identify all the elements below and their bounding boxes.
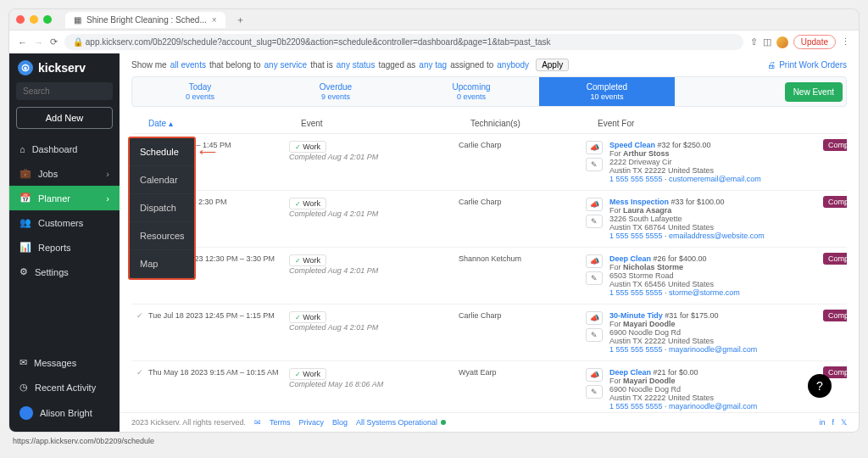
search-input[interactable] <box>16 82 113 100</box>
tab-today[interactable]: Today0 events <box>132 77 268 106</box>
status-badge[interactable]: Complete <box>823 310 847 321</box>
maximize-window-icon[interactable] <box>43 15 52 24</box>
filter-bar: Show me all events that belong to any se… <box>120 53 859 76</box>
tab-overdue[interactable]: Overdue9 events <box>268 77 403 106</box>
sidebar-item-messages[interactable]: ✉Messages <box>9 350 120 375</box>
edit-button[interactable]: ✎ <box>586 158 603 171</box>
tab-title: Upcoming <box>403 82 539 92</box>
job-num: #21 <box>654 368 666 377</box>
job-phone[interactable]: 1 555 555 5555 <box>609 175 663 183</box>
brand-logo[interactable]: ⦿ kickserv <box>9 53 120 82</box>
job-phone[interactable]: 1 555 555 5555 <box>609 345 663 354</box>
close-tab-icon[interactable]: × <box>212 15 217 25</box>
sidebar-item-planner[interactable]: 📅Planner› <box>9 186 120 210</box>
announce-button[interactable]: 📣 <box>586 254 603 268</box>
submenu-dispatch[interactable]: Dispatch <box>130 194 194 222</box>
tab-sub: 10 events <box>590 92 623 101</box>
update-button[interactable]: Update <box>793 35 836 49</box>
submenu-calendar[interactable]: Calendar <box>130 166 194 194</box>
filter-assignee-link[interactable]: anybody <box>497 60 529 70</box>
edit-button[interactable]: ✎ <box>586 328 603 342</box>
extension-icon[interactable]: ◫ <box>763 36 771 47</box>
status-badge[interactable]: Complete <box>823 253 847 265</box>
column-for: Event For <box>598 119 835 128</box>
filter-tag-link[interactable]: any tag <box>419 60 447 70</box>
announce-button[interactable]: 📣 <box>586 198 603 211</box>
sidebar-item-dashboard[interactable]: ⌂Dashboard <box>9 137 120 161</box>
sidebar-item-label: Jobs <box>38 169 58 179</box>
sidebar-item-customers[interactable]: 👥Customers <box>9 210 120 235</box>
announce-button[interactable]: 📣 <box>586 311 603 325</box>
sidebar-item-settings[interactable]: ⚙Settings <box>9 260 120 284</box>
job-phone[interactable]: 1 555 555 5555 <box>609 402 663 411</box>
status-badge[interactable]: Complete <box>823 196 847 208</box>
date-text: Tue Jul 18 2023 12:45 PM – 1:15 PM <box>148 311 275 320</box>
close-window-icon[interactable] <box>16 15 25 24</box>
help-fab[interactable]: ? <box>808 374 832 398</box>
forward-icon[interactable]: → <box>34 37 43 47</box>
twitter-icon[interactable]: 𝕏 <box>841 418 847 427</box>
filter-events-link[interactable]: all events <box>170 60 206 70</box>
job-link[interactable]: Speed Clean <box>609 141 655 149</box>
print-work-orders-link[interactable]: 🖨Print Work Orders <box>767 60 847 70</box>
job-email[interactable]: emailaddress@website.com <box>669 232 765 240</box>
new-tab-icon[interactable]: ＋ <box>236 14 245 26</box>
filter-status-link[interactable]: any status <box>337 60 376 70</box>
sidebar-item-reports[interactable]: 📊Reports <box>9 235 120 260</box>
filter-text: that belong to <box>209 60 261 70</box>
kebab-menu-icon[interactable]: ⋮ <box>841 36 850 47</box>
footer-privacy[interactable]: Privacy <box>298 418 324 427</box>
profile-avatar-icon[interactable] <box>776 36 788 48</box>
job-email[interactable]: storme@storme.com <box>669 288 740 297</box>
status-bar-link: https://app.kickserv.com/0b2209/schedule <box>10 436 157 446</box>
sidebar-item-recent[interactable]: ◷Recent Activity <box>9 375 120 399</box>
job-link[interactable]: 30-Minute Tidy <box>609 311 663 320</box>
filter-service-link[interactable]: any service <box>264 60 308 70</box>
job-addr2: Austin TX 22222 United States <box>609 166 714 175</box>
tab-completed[interactable]: Completed10 events <box>539 77 675 106</box>
job-phone[interactable]: 1 555 555 5555 <box>609 232 663 240</box>
edit-button[interactable]: ✎ <box>586 271 603 285</box>
status-badge[interactable]: Complete <box>823 139 847 151</box>
apply-button[interactable]: Apply <box>536 59 569 71</box>
footer-terms[interactable]: Terms <box>270 418 291 427</box>
add-new-button[interactable]: Add New <box>16 107 113 129</box>
back-icon[interactable]: ← <box>18 37 27 47</box>
job-email[interactable]: customeremail@email.com <box>669 175 761 183</box>
url-bar[interactable]: 🔒 app.kickserv.com/0b2209/schedule?accou… <box>64 34 743 50</box>
job-link[interactable]: Deep Clean <box>609 254 651 263</box>
user-avatar-icon <box>19 406 33 420</box>
cell-status: Complete <box>823 311 847 354</box>
linkedin-icon[interactable]: in <box>819 418 825 427</box>
browser-tab[interactable]: ▦ Shine Bright Cleaning : Sched... × <box>65 12 225 28</box>
job-email[interactable]: mayarinoodle@gmail.com <box>669 402 757 411</box>
job-link[interactable]: Mess Inspection <box>609 198 669 206</box>
new-event-button[interactable]: New Event <box>785 82 843 102</box>
table-row: ✓Thu May 18 2023 9:15 AM – 10:15 AM Work… <box>131 361 847 412</box>
announce-button[interactable]: 📣 <box>586 141 603 154</box>
job-link[interactable]: Deep Clean <box>609 368 651 377</box>
annotation-arrow-icon: ⟵ <box>199 145 216 159</box>
calendar-icon: 📅 <box>19 193 31 204</box>
work-badge: Work <box>289 198 326 209</box>
announce-button[interactable]: 📣 <box>586 368 603 382</box>
submenu-resources[interactable]: Resources <box>130 222 194 250</box>
sidebar-user[interactable]: Alison Bright <box>9 399 120 427</box>
mail-icon[interactable]: ✉ <box>254 418 261 427</box>
facebook-icon[interactable]: f <box>832 418 834 427</box>
edit-button[interactable]: ✎ <box>586 215 603 228</box>
job-phone[interactable]: 1 555 555 5555 <box>609 288 663 297</box>
tab-upcoming[interactable]: Upcoming0 events <box>403 77 539 106</box>
job-email[interactable]: mayarinoodle@gmail.com <box>669 345 757 354</box>
edit-button[interactable]: ✎ <box>586 385 603 399</box>
footer-status[interactable]: All Systems Operational <box>356 418 446 427</box>
column-date[interactable]: Date ▴ <box>148 119 173 128</box>
minimize-window-icon[interactable] <box>30 15 38 24</box>
submenu-map[interactable]: Map <box>130 250 194 278</box>
sidebar-item-jobs[interactable]: 💼Jobs› <box>9 161 120 186</box>
reload-icon[interactable]: ⟳ <box>50 36 58 47</box>
share-icon[interactable]: ⇧ <box>750 36 758 47</box>
job-addr2: Austin TX 68764 United States <box>609 223 714 232</box>
submenu-schedule[interactable]: Schedule <box>130 138 194 166</box>
footer-blog[interactable]: Blog <box>332 418 348 427</box>
